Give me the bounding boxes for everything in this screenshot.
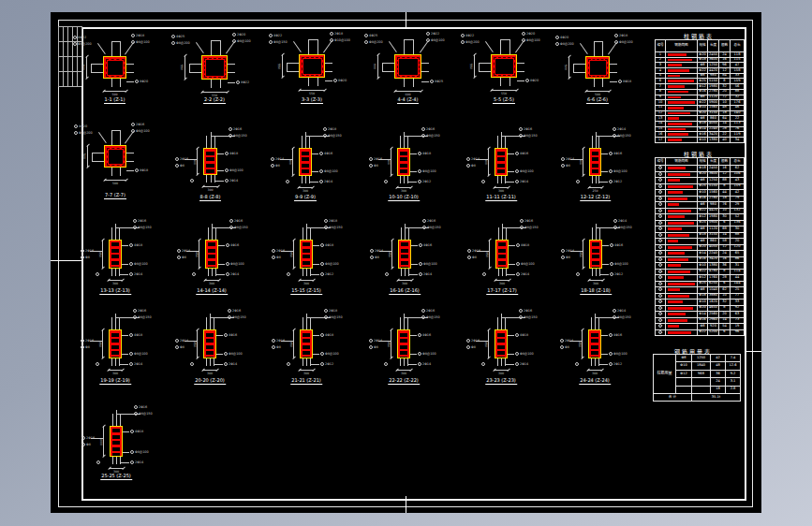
leader-line [218,245,225,246]
column-stub-line [287,71,299,72]
rebar-callout: Φ8 [175,164,185,168]
rebar-callout-text: 2Φ16 [524,127,532,131]
rebar-mark-circle [481,180,485,183]
rebar-mark-circle [613,226,617,229]
rebar-callout-text: 2Φ14 [180,339,188,343]
leader-line [228,82,235,83]
rebar-callout: Φ8 [271,164,280,168]
dim-text: 300 [303,189,308,193]
cell-value: 3.1 [726,378,741,386]
bar-shape-sketch [668,173,690,176]
leader-line [508,153,514,154]
dim-line [583,240,583,269]
rebar-mark-circle [225,152,229,155]
rebar-callout-text: 2Φ12 [614,272,623,276]
rebar-mark-circle [272,339,275,343]
rebar-callout-text: 2Φ12 [613,180,622,183]
col-header: 规格 [698,158,708,166]
rebar-callout-text: 2Φ14 [230,272,239,276]
leader-line [410,171,417,172]
rebar-callout: 2Φ18 [324,219,337,223]
column-stub-line [382,63,383,71]
rebar-stub-line [310,358,311,366]
rebar-stub-line [112,414,113,426]
rebar-callout: Φ8 [175,345,185,349]
table-header-row: 编号钢筋简图规格长度根数总长 [656,40,745,52]
rebar-mark-circle [129,362,133,366]
rebar-stub-line [303,227,303,240]
rebar-mark-circle [364,40,368,44]
rebar-callout-text: 2Φ16 [524,219,533,223]
rebar-mark-circle [319,169,323,173]
dim-text: 500 [112,182,118,185]
rebar-callout-text: 4Φ16 [229,333,237,337]
rebar-callout: 4Φ16 [226,243,239,247]
dim-tick [311,185,314,188]
rebar-callout: 2Φ16 [272,339,285,343]
leader-line [411,245,418,246]
dim-line [489,240,490,269]
rebar-mark-circle [74,124,78,128]
rebar-callout: 2Φ16 [229,127,242,131]
bar-shape-sketch [668,240,678,242]
dim-text: 600 [373,64,376,69]
rebar-mark-circle [466,345,470,349]
bar-shape-sketch [668,210,691,212]
rebar-callout: 4Φ16 [319,152,332,155]
column-stub-line [228,64,235,65]
cell-value: Φ12 [676,370,692,377]
rebar-callout: 2Φ16 [229,219,243,223]
column-stub-line [317,78,318,86]
rebar-callout-text: Φ8 [375,256,379,259]
bar-number-circle: 18 [658,270,662,273]
rebar-callout: Φ8@100 [130,450,149,454]
column-stub-line [126,64,134,65]
leader-line [580,43,588,54]
column-stub-line [500,39,509,40]
rebar-callout-text: 8Φ20 [530,79,539,82]
column-section-tall [109,329,122,358]
centering-tick-left [51,260,81,261]
column-stub-line [404,79,405,87]
cell-value: Φ10 [676,362,692,370]
bar-shape-sketch [668,246,692,249]
column-stub-line [325,71,332,72]
column-section-tall [203,148,217,175]
rebar-mark-circle [384,362,388,366]
rebar-mark-circle [515,352,519,356]
rebar-mark-circle [320,243,324,247]
dim-text: 300 [112,372,118,375]
rebar-callout: Φ8@150 [519,134,538,138]
rebar-mark-circle [555,42,559,46]
cell-value: 24 [711,378,726,386]
centering-tick-right [745,351,761,352]
column-stub-line [421,71,429,72]
dim-line [391,329,391,358]
dim-text: 550 [501,92,507,95]
column-section-tall [495,240,509,269]
column-section-square [585,56,610,79]
rebar-callout: 4Φ22 [269,34,282,37]
dim-line [582,329,583,358]
rebar-callout-text: 2Φ18 [619,34,627,37]
rebar-mark-circle [324,309,328,313]
column-section-tall [495,329,508,358]
rebar-stub-line [501,314,502,329]
rebar-callout-text: 4Φ16 [422,333,431,337]
cell-value: 42 [711,355,726,362]
rebar-callout: 8Φ20 [135,80,148,83]
section-label: 16-16 (Z-16) [389,287,421,295]
rebar-stub-line [405,269,406,276]
section-label: 19-19 (Z-19) [99,377,131,385]
rebar-stub-line [405,224,406,240]
rebar-callout: 2Φ12 [320,272,333,276]
rebar-callout: 4Φ16 [419,243,432,247]
leader-line [313,354,319,355]
column-stub-line [126,161,134,162]
rebar-callout-text: 4Φ22 [465,34,474,37]
bar-shape-sketch [668,331,691,334]
rebar-mark-circle [614,40,618,44]
rebar-callout-text: 2Φ20 [526,32,535,36]
rebar-mark-circle [466,157,470,161]
rebar-callout-text: Φ8@100 [135,450,149,454]
